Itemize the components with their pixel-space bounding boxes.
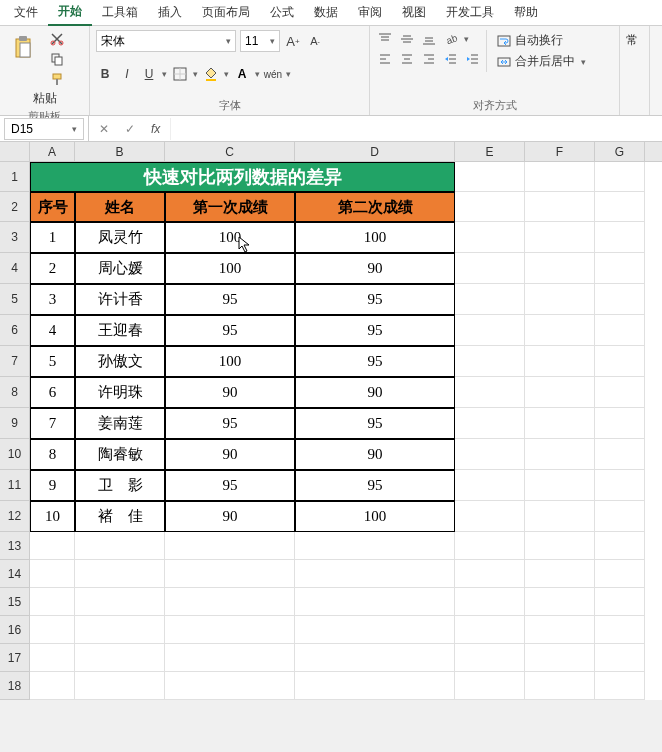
cell-empty[interactable] — [165, 672, 295, 700]
cell-empty[interactable] — [165, 644, 295, 672]
cell-empty[interactable] — [165, 588, 295, 616]
col-header-B[interactable]: B — [75, 142, 165, 161]
cut-button[interactable] — [48, 30, 66, 48]
cell-empty[interactable] — [595, 315, 645, 346]
cell-name[interactable]: 王迎春 — [75, 315, 165, 346]
cell-name[interactable]: 周心媛 — [75, 253, 165, 284]
cell-empty[interactable] — [165, 560, 295, 588]
cell-empty[interactable] — [75, 588, 165, 616]
cell-score2[interactable]: 95 — [295, 346, 455, 377]
cell-score2[interactable]: 95 — [295, 315, 455, 346]
cell-empty[interactable] — [525, 588, 595, 616]
decrease-font-icon[interactable]: A- — [306, 32, 324, 50]
cell-score1[interactable]: 100 — [165, 222, 295, 253]
increase-font-icon[interactable]: A+ — [284, 32, 302, 50]
increase-indent-icon[interactable] — [464, 50, 482, 68]
col-header-E[interactable]: E — [455, 142, 525, 161]
align-left-icon[interactable] — [376, 50, 394, 68]
cell-empty[interactable] — [455, 162, 525, 192]
cell-empty[interactable] — [525, 162, 595, 192]
cell-seq[interactable]: 2 — [30, 253, 75, 284]
menu-视图[interactable]: 视图 — [392, 0, 436, 25]
cell-empty[interactable] — [30, 532, 75, 560]
cell-score1[interactable]: 95 — [165, 315, 295, 346]
col-header-G[interactable]: G — [595, 142, 645, 161]
cell-empty[interactable] — [525, 408, 595, 439]
cell-empty[interactable] — [295, 616, 455, 644]
row-header-18[interactable]: 18 — [0, 672, 30, 700]
cell-empty[interactable] — [595, 439, 645, 470]
col-header-F[interactable]: F — [525, 142, 595, 161]
fill-color-button[interactable] — [202, 65, 220, 83]
col-header-A[interactable]: A — [30, 142, 75, 161]
cell-empty[interactable] — [455, 560, 525, 588]
cell-empty[interactable] — [525, 470, 595, 501]
spreadsheet-grid[interactable]: ABCDEFG 1快速对比两列数据的差异2序号姓名第一次成绩第二次成绩31凤灵竹… — [0, 142, 662, 700]
cell-empty[interactable] — [525, 672, 595, 700]
cell-empty[interactable] — [30, 560, 75, 588]
cell-empty[interactable] — [525, 222, 595, 253]
cell-empty[interactable] — [455, 470, 525, 501]
cell-seq[interactable]: 4 — [30, 315, 75, 346]
cell-empty[interactable] — [595, 377, 645, 408]
col-header-C[interactable]: C — [165, 142, 295, 161]
cell-empty[interactable] — [595, 222, 645, 253]
cell-empty[interactable] — [525, 284, 595, 315]
border-button[interactable] — [171, 65, 189, 83]
menu-插入[interactable]: 插入 — [148, 0, 192, 25]
row-header-7[interactable]: 7 — [0, 346, 30, 377]
cell-seq[interactable]: 10 — [30, 501, 75, 532]
row-header-13[interactable]: 13 — [0, 532, 30, 560]
cell-empty[interactable] — [455, 284, 525, 315]
row-header-10[interactable]: 10 — [0, 439, 30, 470]
cell-score2[interactable]: 90 — [295, 253, 455, 284]
cell-empty[interactable] — [525, 253, 595, 284]
menu-审阅[interactable]: 审阅 — [348, 0, 392, 25]
fx-icon[interactable]: fx — [147, 122, 164, 136]
underline-button[interactable]: U — [140, 65, 158, 83]
cell-score1[interactable]: 90 — [165, 501, 295, 532]
name-box[interactable]: D15▾ — [4, 118, 84, 140]
cell-empty[interactable] — [525, 501, 595, 532]
cell-name[interactable]: 陶睿敏 — [75, 439, 165, 470]
col-header-D[interactable]: D — [295, 142, 455, 161]
cell-empty[interactable] — [595, 162, 645, 192]
row-header-9[interactable]: 9 — [0, 408, 30, 439]
cell-empty[interactable] — [295, 560, 455, 588]
table-title[interactable]: 快速对比两列数据的差异 — [30, 162, 455, 192]
cell-seq[interactable]: 5 — [30, 346, 75, 377]
font-name-select[interactable]: 宋体▾ — [96, 30, 236, 52]
cell-empty[interactable] — [455, 253, 525, 284]
cell-score2[interactable]: 95 — [295, 408, 455, 439]
merge-center-button[interactable]: 合并后居中▾ — [493, 51, 590, 72]
cell-empty[interactable] — [525, 377, 595, 408]
cell-score1[interactable]: 100 — [165, 346, 295, 377]
row-header-1[interactable]: 1 — [0, 162, 30, 192]
bold-button[interactable]: B — [96, 65, 114, 83]
align-right-icon[interactable] — [420, 50, 438, 68]
cell-empty[interactable] — [75, 532, 165, 560]
cell-empty[interactable] — [525, 439, 595, 470]
menu-工具箱[interactable]: 工具箱 — [92, 0, 148, 25]
cell-empty[interactable] — [455, 315, 525, 346]
cell-score1[interactable]: 95 — [165, 408, 295, 439]
cell-seq[interactable]: 9 — [30, 470, 75, 501]
align-center-icon[interactable] — [398, 50, 416, 68]
cell-empty[interactable] — [525, 346, 595, 377]
cell-name[interactable]: 许明珠 — [75, 377, 165, 408]
row-header-6[interactable]: 6 — [0, 315, 30, 346]
cell-empty[interactable] — [75, 616, 165, 644]
cell-score1[interactable]: 90 — [165, 377, 295, 408]
cell-empty[interactable] — [595, 644, 645, 672]
row-header-15[interactable]: 15 — [0, 588, 30, 616]
paste-button[interactable] — [6, 30, 42, 66]
cell-empty[interactable] — [455, 377, 525, 408]
cell-empty[interactable] — [595, 532, 645, 560]
cell-empty[interactable] — [455, 222, 525, 253]
menu-帮助[interactable]: 帮助 — [504, 0, 548, 25]
font-color-button[interactable]: A — [233, 65, 251, 83]
cell-score1[interactable]: 90 — [165, 439, 295, 470]
cell-empty[interactable] — [595, 253, 645, 284]
cell-name[interactable]: 孙傲文 — [75, 346, 165, 377]
select-all-corner[interactable] — [0, 142, 30, 161]
